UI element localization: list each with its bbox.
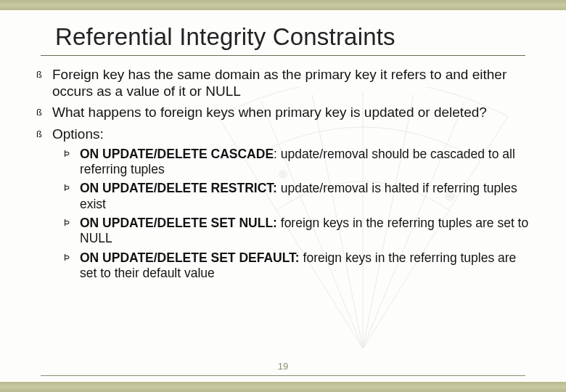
slide-title: Referential Integrity Constraints: [55, 23, 531, 51]
bullet-marker: Þ: [64, 181, 80, 212]
top-accent-band: [0, 0, 566, 10]
bullet-marker: Þ: [64, 250, 80, 282]
list-item: Þ ON UPDATE/DELETE SET DEFAULT: foreign …: [64, 250, 531, 282]
list-item-text: ON UPDATE/DELETE CASCADE: update/removal…: [80, 147, 531, 178]
bullet-marker: ß: [36, 104, 52, 121]
list-item-text: What happens to foreign keys when primar…: [52, 104, 531, 121]
list-item: ß What happens to foreign keys when prim…: [36, 104, 531, 121]
list-item-text: ON UPDATE/DELETE RESTRICT: update/remova…: [80, 181, 531, 212]
list-item-text: ON UPDATE/DELETE SET DEFAULT: foreign ke…: [80, 250, 531, 282]
page-number: 19: [0, 361, 566, 372]
bullet-list-level2: Þ ON UPDATE/DELETE CASCADE: update/remov…: [64, 147, 531, 282]
list-item: Þ ON UPDATE/DELETE RESTRICT: update/remo…: [64, 181, 531, 212]
bullet-list-level1: ß Foreign key has the same domain as the…: [36, 66, 531, 142]
bullet-marker: Þ: [64, 147, 80, 178]
list-item: Þ ON UPDATE/DELETE SET NULL: foreign key…: [64, 216, 531, 247]
bullet-marker: Þ: [64, 216, 80, 247]
list-item-text: Options:: [52, 126, 531, 142]
slide-body: Referential Integrity Constraints ß Fore…: [0, 10, 566, 382]
bottom-accent-band: [0, 382, 566, 392]
list-item-text: Foreign key has the same domain as the p…: [52, 66, 531, 99]
bullet-marker: ß: [36, 126, 52, 142]
bullet-marker: ß: [36, 66, 52, 99]
list-item: ß Foreign key has the same domain as the…: [36, 66, 531, 99]
list-item: Þ ON UPDATE/DELETE CASCADE: update/remov…: [64, 147, 531, 178]
title-underline: [41, 55, 525, 56]
list-item: ß Options:: [36, 126, 531, 142]
list-item-text: ON UPDATE/DELETE SET NULL: foreign keys …: [80, 216, 531, 247]
footer-rule: [41, 375, 525, 376]
